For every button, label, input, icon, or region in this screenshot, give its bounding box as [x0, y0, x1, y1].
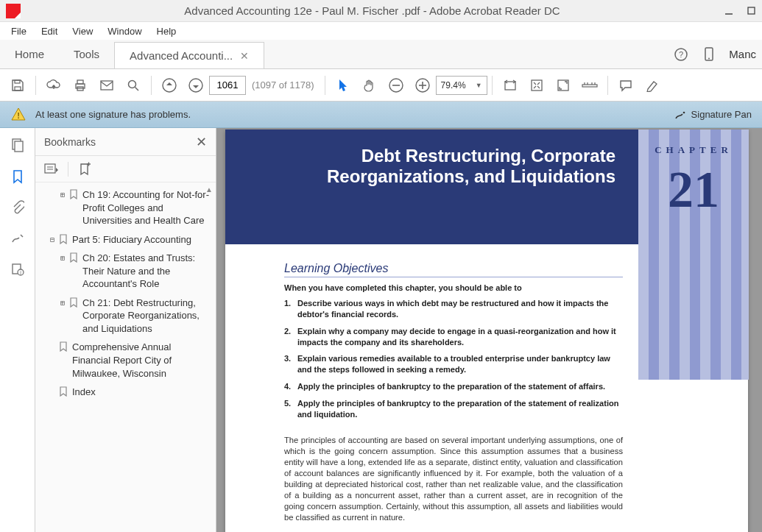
svg-rect-7	[15, 80, 20, 83]
learning-objective-item: 1.Describe various ways in which debt ma…	[284, 298, 623, 320]
signature-panel-label: Signature Pan	[691, 109, 752, 120]
bookmark-item[interactable]: ⊟Part 5: Fiduciary Accounting	[38, 230, 213, 249]
tabs-row: Home Tools Advanced Accounti... ✕ ? Manc	[0, 40, 762, 69]
svg-rect-11	[101, 81, 113, 90]
bookmark-ribbon-icon	[59, 341, 69, 352]
learning-objective-item: 3.Explain various remedies available to …	[284, 353, 623, 375]
page-number-input[interactable]	[209, 76, 246, 95]
chapter-label: CHAPTER	[638, 144, 749, 156]
menu-view[interactable]: View	[66, 24, 99, 38]
save-icon[interactable]	[4, 72, 31, 99]
bookmark-item[interactable]: Comprehensive Annual Financial Report Ci…	[38, 338, 213, 383]
chapter-title: Debt Restructuring, Corporate Reorganiza…	[327, 146, 615, 187]
svg-rect-9	[77, 80, 83, 84]
menu-file[interactable]: File	[4, 24, 33, 38]
hand-tool-icon[interactable]	[356, 72, 383, 99]
mobile-link-icon[interactable]	[695, 40, 723, 68]
read-mode-icon[interactable]	[576, 72, 603, 99]
page-count-label: (1097 of 1178)	[252, 79, 314, 91]
highlight-icon[interactable]	[639, 72, 666, 99]
body-paragraph: The principles of accounting are based o…	[284, 435, 623, 524]
svg-point-12	[129, 80, 136, 88]
learning-objective-item: 4.Apply the principles of bankruptcy to …	[284, 381, 623, 392]
banner-message: At least one signature has problems.	[35, 109, 674, 120]
thumbnails-icon[interactable]	[9, 137, 27, 155]
bookmark-label: Comprehensive Annual Financial Report Ci…	[72, 341, 210, 380]
bookmark-label: Ch 19: Accounting for Not-for-Profit Col…	[82, 188, 210, 227]
prev-page-icon[interactable]	[156, 72, 183, 99]
cloud-share-icon[interactable]	[40, 72, 67, 99]
window-title: Advanced Accounting 12e - Paul M. Fische…	[27, 4, 718, 17]
bookmark-item[interactable]: ⊞Ch 19: Accounting for Not-for-Profit Co…	[38, 185, 213, 230]
fullscreen-icon[interactable]	[550, 72, 576, 99]
bookmark-item[interactable]: ⊞Ch 21: Debt Restructuring, Corporate Re…	[38, 294, 213, 338]
toolbar: (1097 of 1178) 79.4% ▼	[0, 69, 762, 102]
document-view[interactable]: Debt Restructuring, Corporate Reorganiza…	[216, 128, 762, 532]
bookmarks-options-icon[interactable]	[43, 160, 60, 178]
print-icon[interactable]	[67, 72, 94, 99]
close-panel-icon[interactable]: ✕	[196, 134, 207, 150]
svg-text:?: ?	[679, 50, 683, 59]
fit-page-icon[interactable]	[523, 72, 550, 99]
zoom-out-icon[interactable]	[383, 72, 409, 99]
bookmarks-header: Bookmarks ✕	[35, 128, 216, 156]
bookmark-label: Part 5: Fiduciary Accounting	[72, 233, 210, 247]
zoom-in-icon[interactable]	[409, 72, 436, 99]
minimize-button[interactable]	[718, 2, 740, 20]
expander-icon[interactable]: ⊟	[49, 235, 56, 245]
window-titlebar: Advanced Accounting 12e - Paul M. Fische…	[0, 0, 762, 22]
maximize-button[interactable]	[740, 2, 762, 20]
search-icon[interactable]	[120, 72, 147, 99]
signature-panel-button[interactable]: Signature Pan	[674, 108, 752, 121]
layers-icon[interactable]: i	[9, 260, 27, 278]
svg-line-13	[135, 87, 139, 91]
svg-rect-1	[748, 7, 755, 14]
bookmarks-title: Bookmarks	[44, 136, 196, 148]
bookmark-item[interactable]: ⊞Ch 20: Estates and Trusts: Their Nature…	[38, 249, 213, 294]
pen-icon	[674, 108, 687, 121]
expander-icon[interactable]: ⊞	[59, 253, 66, 263]
bookmark-ribbon-icon	[69, 297, 80, 308]
bookmark-ribbon-icon	[59, 386, 69, 397]
bookmarks-icon[interactable]	[9, 168, 27, 185]
tab-tools[interactable]: Tools	[59, 40, 114, 68]
svg-text:!: !	[17, 111, 20, 120]
signatures-icon[interactable]	[9, 230, 27, 247]
bookmark-label: Ch 21: Debt Restructuring, Corporate Reo…	[82, 297, 210, 336]
bookmark-ribbon-icon	[69, 189, 80, 199]
scroll-up-icon[interactable]: ▲	[205, 185, 213, 194]
menu-window[interactable]: Window	[101, 24, 148, 38]
bookmark-item[interactable]: Index	[38, 383, 213, 402]
page-header-band: Debt Restructuring, Corporate Reorganiza…	[225, 130, 748, 244]
svg-rect-32	[45, 164, 55, 173]
main-area: i Bookmarks ✕ ▲ ⊞Ch 19: Accounting for N…	[0, 128, 762, 532]
attachments-icon[interactable]	[9, 199, 27, 216]
tab-document[interactable]: Advanced Accounti... ✕	[114, 42, 264, 68]
close-tab-icon[interactable]: ✕	[240, 50, 249, 62]
comment-icon[interactable]	[613, 72, 639, 99]
menu-edit[interactable]: Edit	[35, 24, 64, 38]
menubar: File Edit View Window Help	[0, 22, 762, 40]
tab-home[interactable]: Home	[0, 40, 59, 68]
left-icon-strip: i	[0, 128, 35, 532]
next-page-icon[interactable]	[183, 72, 209, 99]
expander-icon[interactable]: ⊞	[59, 298, 66, 308]
email-icon[interactable]	[94, 72, 120, 99]
new-bookmark-icon[interactable]	[76, 160, 94, 178]
sign-in-link[interactable]: Manc	[723, 40, 762, 68]
bookmarks-toolbar	[35, 156, 216, 182]
bookmark-ribbon-icon	[59, 234, 69, 244]
zoom-select[interactable]: 79.4% ▼	[436, 76, 487, 95]
menu-help[interactable]: Help	[150, 24, 183, 38]
bookmarks-tree[interactable]: ▲ ⊞Ch 19: Accounting for Not-for-Profit …	[35, 182, 216, 532]
selection-tool-icon[interactable]	[330, 72, 356, 99]
signature-banner: ! At least one signature has problems. S…	[0, 102, 762, 128]
fit-width-icon[interactable]	[497, 72, 523, 99]
help-icon[interactable]: ?	[667, 40, 695, 68]
bookmarks-panel: Bookmarks ✕ ▲ ⊞Ch 19: Accounting for Not…	[35, 128, 216, 532]
svg-rect-6	[15, 87, 21, 91]
svg-point-26	[682, 111, 685, 113]
warning-icon: !	[10, 107, 27, 123]
chapter-number: 21	[638, 160, 749, 219]
expander-icon[interactable]: ⊞	[59, 190, 66, 200]
